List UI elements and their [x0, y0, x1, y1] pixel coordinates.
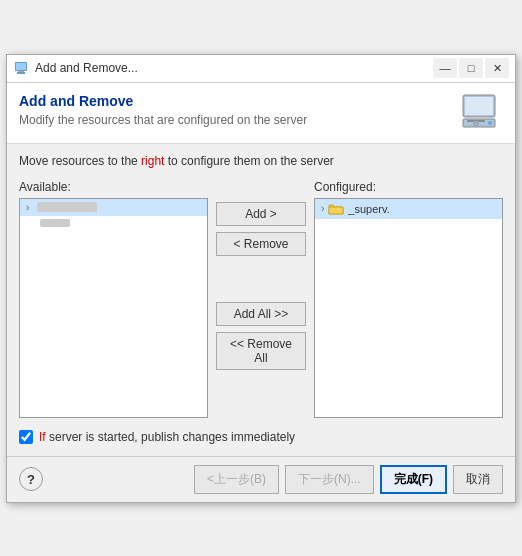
configured-arrow: › [321, 203, 324, 214]
publish-checkbox[interactable] [19, 430, 33, 444]
content-area: Move resources to the right to configure… [7, 144, 515, 456]
folder-icon [328, 202, 344, 216]
window-title: Add and Remove... [35, 61, 138, 75]
main-window: Add and Remove... — □ ✕ Add and Remove M… [6, 54, 516, 503]
window-icon [13, 60, 29, 76]
svg-rect-9 [473, 121, 479, 126]
instruction-text: Move resources to the right to configure… [19, 154, 503, 168]
help-button[interactable]: ? [19, 467, 43, 491]
checkbox-label: If server is started, publish changes im… [39, 430, 295, 444]
header-section: Add and Remove Modify the resources that… [7, 83, 515, 144]
panels-row: Available: › Add > < Remove [19, 180, 503, 418]
configured-item-text: _superv. [348, 203, 389, 215]
footer-left: ? [19, 467, 43, 491]
title-bar-left: Add and Remove... [13, 60, 138, 76]
cancel-button[interactable]: 取消 [453, 465, 503, 494]
checkbox-row: If server is started, publish changes im… [19, 426, 503, 446]
dialog-subtitle: Modify the resources that are configured… [19, 113, 307, 127]
remove-button[interactable]: < Remove [216, 232, 306, 256]
add-all-button[interactable]: Add All >> [216, 302, 306, 326]
svg-rect-3 [18, 71, 24, 72]
server-icon [459, 93, 503, 133]
available-panel: Available: › [19, 180, 208, 418]
svg-rect-2 [17, 72, 25, 74]
configured-panel: Configured: › _superv. [314, 180, 503, 418]
header-text: Add and Remove Modify the resources that… [19, 93, 307, 127]
svg-rect-5 [465, 97, 493, 115]
dialog-title: Add and Remove [19, 93, 307, 109]
title-controls: — □ ✕ [433, 58, 509, 78]
list-item-placeholder-sm [40, 219, 70, 227]
add-button[interactable]: Add > [216, 202, 306, 226]
finish-button[interactable]: 完成(F) [380, 465, 447, 494]
available-label: Available: [19, 180, 208, 194]
maximize-button[interactable]: □ [459, 58, 483, 78]
title-bar: Add and Remove... — □ ✕ [7, 55, 515, 83]
next-button[interactable]: 下一步(N)... [285, 465, 374, 494]
footer-right: <上一步(B) 下一步(N)... 完成(F) 取消 [194, 465, 503, 494]
configured-label: Configured: [314, 180, 503, 194]
action-buttons: Add > < Remove Add All >> << Remove All [216, 180, 306, 370]
svg-point-7 [488, 121, 492, 125]
remove-all-button[interactable]: << Remove All [216, 332, 306, 370]
configured-list[interactable]: › _superv. [314, 198, 503, 418]
configured-list-item[interactable]: › _superv. [315, 199, 502, 219]
back-button[interactable]: <上一步(B) [194, 465, 279, 494]
available-list[interactable]: › [19, 198, 208, 418]
minimize-button[interactable]: — [433, 58, 457, 78]
list-item-2[interactable] [20, 216, 207, 230]
list-item-arrow: › [26, 202, 29, 213]
list-item[interactable]: › [20, 199, 207, 216]
list-item-placeholder [37, 202, 97, 212]
svg-rect-1 [16, 63, 26, 70]
close-button[interactable]: ✕ [485, 58, 509, 78]
footer: ? <上一步(B) 下一步(N)... 完成(F) 取消 [7, 456, 515, 502]
